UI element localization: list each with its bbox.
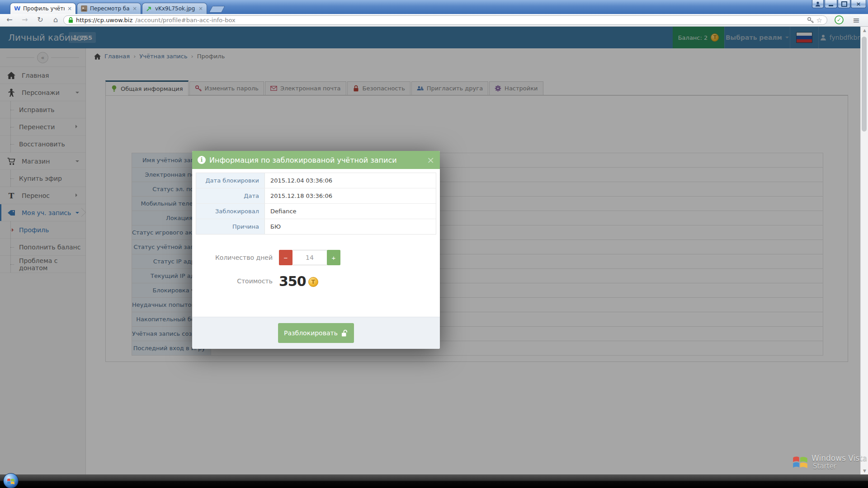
browser-tab-3[interactable]: vKx9L75ok.jpg (1920 x 108 × (142, 3, 207, 14)
unlock-button[interactable]: Разблокировать (278, 323, 354, 343)
close-icon: × (856, 0, 861, 7)
bookmark-star-icon[interactable]: ☆ (816, 16, 822, 24)
saved-password-key-icon[interactable] (807, 17, 814, 23)
cost-value: 350 (279, 273, 306, 289)
back-icon[interactable]: ← (4, 15, 15, 24)
reload-icon[interactable]: ↻ (34, 15, 46, 24)
ban-info-label: Дата блокировки (196, 173, 265, 188)
browser-titlebar: W Профиль учётной записи × Пересмотр бан… (0, 0, 868, 14)
ban-info-table: Дата блокировки2015.12.04 03:36:06Дата р… (196, 173, 436, 235)
ban-info-label: Причина (196, 219, 265, 234)
start-button[interactable] (3, 473, 19, 488)
screen: W Профиль учётной записи × Пересмотр бан… (0, 0, 868, 488)
close-button[interactable]: × (851, 0, 866, 8)
cost-label: Стоимость (196, 277, 279, 285)
cost-row: Стоимость 350 T (196, 272, 436, 291)
maximize-button[interactable] (838, 0, 850, 8)
unlock-button-label: Разблокировать (284, 329, 338, 337)
ban-info-label: Заблокировал (196, 204, 265, 219)
home-icon[interactable]: ⌂ (50, 15, 61, 24)
page-viewport: Личный кабинет 255 Баланс: 2 T Выбрать р… (0, 27, 860, 474)
image-host-favicon (146, 5, 152, 12)
ban-info-value: Defiance (265, 204, 297, 219)
url-path: /account/profile#ban-acc-info-box (135, 17, 804, 23)
tab-title: vKx9L75ok.jpg (1920 x 108 (155, 5, 196, 12)
vista-watermark: Windows Vista Starter (792, 454, 867, 470)
ban-info-modal: i Информация по заблокированой учётной з… (192, 151, 440, 349)
url-domain: https://cp.uwow.biz (76, 17, 132, 23)
watermark-line2: Starter (813, 462, 867, 470)
forward-icon[interactable]: → (19, 15, 31, 24)
taskbar (0, 474, 868, 488)
tab-title: Профиль учётной записи (23, 5, 65, 12)
browser-tab-2[interactable]: Пересмотр банов. - Стра × (77, 3, 141, 14)
new-tab-button[interactable] (209, 6, 225, 13)
ban-info-label: Дата разблокировки (196, 188, 265, 203)
ban-info-row: ПричинаБЮ (196, 219, 436, 234)
ban-info-value: 2015.12.04 03:36:06 (265, 173, 332, 188)
modal-body: Дата блокировки2015.12.04 03:36:06Дата р… (192, 169, 440, 317)
maximize-icon (841, 1, 847, 7)
watermark-line1: Windows Vista (811, 454, 867, 463)
modal-footer: Разблокировать (192, 317, 440, 349)
days-input[interactable] (292, 250, 327, 265)
scrollbar-thumb[interactable] (862, 37, 867, 131)
browser-tab-1[interactable]: W Профиль учётной записи × (10, 3, 76, 14)
windows-flag-icon (7, 477, 15, 484)
https-lock-icon (68, 17, 73, 23)
tab-close-icon[interactable]: × (132, 5, 137, 12)
tab-title: Пересмотр банов. - Стра (90, 5, 130, 12)
scroll-up-icon[interactable]: ▲ (861, 28, 868, 33)
unlock-icon (341, 329, 348, 337)
page-scrollbar[interactable]: ▲ ▼ (860, 27, 868, 474)
adblock-shield-icon[interactable]: ✓ (835, 15, 844, 24)
days-minus-button[interactable]: − (279, 250, 292, 265)
minimize-icon (829, 5, 833, 6)
ban-info-row: ЗаблокировалDefiance (196, 204, 436, 219)
days-plus-button[interactable]: + (327, 250, 340, 265)
minimize-button[interactable] (825, 0, 837, 8)
days-stepper-row: Количество дней − + (196, 250, 436, 265)
info-icon: i (198, 156, 206, 164)
modal-header: i Информация по заблокированой учётной з… (192, 151, 440, 169)
modal-title: Информация по заблокированой учётной зап… (209, 156, 397, 164)
tab-close-icon[interactable]: × (67, 5, 72, 12)
ban-info-row: Дата блокировки2015.12.04 03:36:06 (196, 173, 436, 188)
ban-info-row: Дата разблокировки2015.12.18 03:36:06 (196, 188, 436, 204)
person-icon (815, 1, 821, 7)
chrome-menu-icon[interactable]: ≡ (853, 15, 860, 25)
ban-info-value: 2015.12.18 03:36:06 (265, 188, 332, 203)
days-label: Количество дней (196, 254, 279, 261)
coin-icon: T (308, 277, 318, 287)
address-bar[interactable]: https://cp.uwow.biz/account/profile#ban-… (63, 15, 827, 25)
tab-close-icon[interactable]: × (198, 5, 203, 12)
modal-close-icon[interactable]: × (427, 155, 434, 164)
forum-favicon (81, 5, 87, 12)
windows-flag-icon (792, 454, 808, 468)
browser-toolbar: ← → ↻ ⌂ https://cp.uwow.biz/account/prof… (0, 14, 868, 27)
uwow-favicon: W (14, 5, 20, 12)
ban-info-value: БЮ (265, 219, 281, 234)
profile-avatar-button[interactable] (812, 0, 824, 8)
